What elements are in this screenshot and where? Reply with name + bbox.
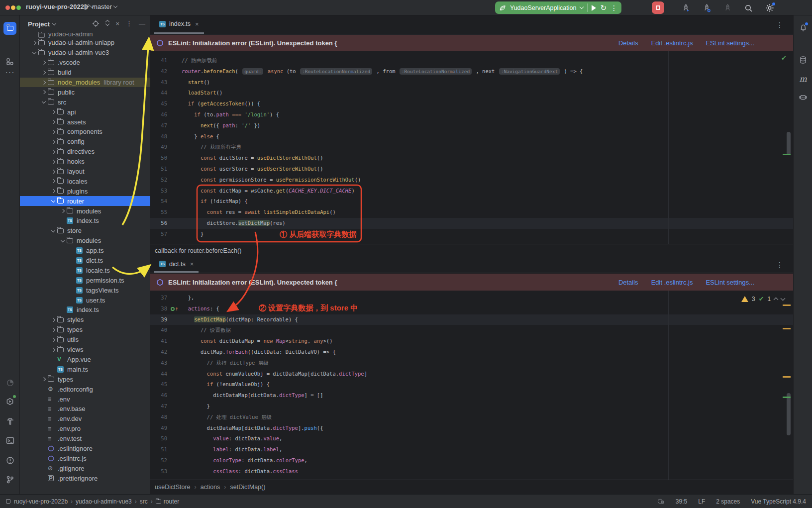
chevron-right-icon[interactable]: [49, 160, 57, 163]
run-button[interactable]: [592, 5, 596, 11]
tree-item-tagsView.ts[interactable]: TStagsView.ts: [20, 285, 150, 295]
next-problem-icon[interactable]: [781, 296, 786, 301]
tree-item-locale.ts[interactable]: TSlocale.ts: [20, 265, 150, 275]
database-toolwindow-button[interactable]: [797, 54, 809, 66]
tree-item-locales[interactable]: locales: [20, 176, 150, 186]
code-text[interactable]: const res = await listSimpleDictDataApi(…: [182, 207, 793, 218]
code-line-52[interactable]: 52 const permissionStore = usePermission…: [150, 175, 793, 186]
tree-item-.eslintignore[interactable]: .eslintignore: [20, 444, 150, 454]
editor2-breadcrumbs[interactable]: useDictStore› actions› setDictMap(): [150, 480, 793, 494]
chevron-right-icon[interactable]: [40, 61, 48, 64]
code-line-45[interactable]: 45 if (!enumValueObj) {: [150, 379, 793, 390]
chevron-right-icon[interactable]: [49, 338, 57, 341]
profiler-toolwindow-button[interactable]: [3, 376, 16, 389]
chevron-down-icon[interactable]: [49, 200, 57, 202]
tree-item-yudao-ui-admin-vue3[interactable]: yudao-ui-admin-vue3: [20, 48, 150, 58]
stop-button[interactable]: [652, 1, 664, 14]
tree-item-permission.ts[interactable]: TSpermission.ts: [20, 275, 150, 285]
line-number[interactable]: 47: [150, 401, 167, 412]
expand-all-icon[interactable]: [106, 22, 109, 25]
code-text[interactable]: const userStore = useUserStoreWithOut(): [182, 164, 793, 175]
line-number[interactable]: 52: [150, 175, 167, 186]
inspections-widget[interactable]: 3 ✔ 1: [741, 295, 785, 303]
tree-item-nodemodules[interactable]: node_moduleslibrary root: [20, 78, 150, 88]
code-line-46[interactable]: 46 dictDataMap[dictData.dictType] = []: [150, 390, 793, 401]
chevron-right-icon[interactable]: [49, 150, 57, 153]
code-text[interactable]: loadStart(): [182, 88, 793, 99]
code-with-me-icon[interactable]: [657, 498, 665, 505]
tree-item-.env.test[interactable]: ≡.env.test: [20, 434, 150, 444]
code-text[interactable]: }: [182, 401, 793, 412]
line-number[interactable]: 53: [150, 466, 167, 477]
line-number[interactable]: 46: [150, 109, 167, 120]
banner-link-eslint-settings[interactable]: ESLint settings...: [706, 39, 754, 47]
tree-item-components[interactable]: components: [20, 127, 150, 137]
line-number[interactable]: 43: [150, 77, 167, 88]
window-close-button[interactable]: [5, 5, 10, 10]
tree-item-.vscode[interactable]: .vscode: [20, 58, 150, 68]
code-text[interactable]: colorType: dictData.colorType,: [182, 455, 793, 466]
line-number[interactable]: 54: [150, 196, 167, 207]
code-text[interactable]: label: dictData.label,: [182, 444, 793, 455]
chevron-down-icon[interactable]: [49, 230, 57, 232]
code-text[interactable]: if (!enumValueObj) {: [182, 379, 793, 390]
tree-item-.env.pro[interactable]: ≡.env.pro: [20, 424, 150, 434]
code-line-54[interactable]: 54 if (!dictMap) {: [150, 196, 793, 207]
code-text[interactable]: if (to.path === '/login') {: [182, 109, 793, 120]
line-number[interactable]: 45: [150, 99, 167, 109]
tree-item-hooks[interactable]: hooks: [20, 157, 150, 167]
code-line-48[interactable]: 48 } else {: [150, 131, 793, 142]
tree-item-store[interactable]: store: [20, 226, 150, 236]
code-line-47[interactable]: 47 next({ path: '/' }): [150, 120, 793, 131]
close-tab-icon[interactable]: ×: [190, 260, 194, 268]
code-line-42[interactable]: 42router.beforeEach( guard: async (to :R…: [150, 66, 793, 77]
git-branch-selector[interactable]: master: [84, 3, 117, 10]
code-text[interactable]: dictMap.forEach((dictData: DictDataVO) =…: [182, 347, 793, 358]
line-number[interactable]: 42: [150, 66, 167, 77]
code-line-44[interactable]: 44 const enumValueObj = dictDataMap[dict…: [150, 369, 793, 380]
tree-item-types[interactable]: types: [20, 325, 150, 335]
code-line-37[interactable]: 37 },: [150, 293, 793, 304]
code-line-56[interactable]: 56 dictStore.setDictMap(res): [150, 218, 793, 229]
chevron-right-icon[interactable]: [49, 120, 57, 123]
tree-item-user.ts[interactable]: TSuser.ts: [20, 295, 150, 305]
code-line-44[interactable]: 44 loadStart(): [150, 88, 793, 99]
line-separator[interactable]: LF: [698, 498, 705, 505]
line-number[interactable]: 51: [150, 164, 167, 175]
tree-item-yudao-ui-admin-uniapp[interactable]: yudao-ui-admin-uniapp: [20, 38, 150, 48]
code-line-46[interactable]: 46 if (to.path === '/login') {: [150, 109, 793, 120]
code-text[interactable]: dictDataMap[dictData.dictType] = []: [182, 390, 793, 401]
chevron-down-icon[interactable]: [30, 52, 38, 54]
settings-gear-icon[interactable]: [765, 3, 775, 13]
maven-toolwindow-button[interactable]: m: [797, 73, 809, 85]
code-line-49[interactable]: 49 dictDataMap[dictData.dictType].push({: [150, 423, 793, 434]
chevron-right-icon[interactable]: [49, 170, 57, 173]
line-number[interactable]: 44: [150, 369, 167, 380]
code-line-51[interactable]: 51 label: dictData.label,: [150, 444, 793, 455]
chevron-down-icon[interactable]: [59, 240, 67, 242]
window-zoom-button[interactable]: [16, 5, 21, 10]
code-line-45[interactable]: 45 if (getAccessToken()) {: [150, 99, 793, 109]
tree-item-.gitignore[interactable]: ⊘.gitignore: [20, 463, 150, 473]
locate-file-icon[interactable]: [92, 20, 100, 27]
tree-item-dict.ts[interactable]: TSdict.ts: [20, 256, 150, 266]
ai-assistant-toolwindow-button[interactable]: [797, 91, 809, 103]
line-number[interactable]: 53: [150, 186, 167, 197]
code-text[interactable]: actions: {: [182, 304, 793, 314]
code-text[interactable]: value: dictData.value,: [182, 433, 793, 444]
line-number[interactable]: 42: [150, 347, 167, 358]
code-line-41[interactable]: 41 const dictDataMap = new Map<string, a…: [150, 336, 793, 347]
tree-item-modules[interactable]: modules: [20, 236, 150, 246]
editor1-scrollbar[interactable]: [787, 132, 791, 155]
line-number[interactable]: 57: [150, 229, 167, 240]
version-control-toolwindow-button[interactable]: [3, 473, 16, 486]
code-line-43[interactable]: 43 // 获得 dictType 层级: [150, 358, 793, 369]
code-line-38[interactable]: 38↑ actions: {: [150, 304, 793, 314]
code-text[interactable]: next({ path: '/' }): [182, 120, 793, 131]
tree-item-directives[interactable]: directives: [20, 147, 150, 157]
more-toolwindows-button[interactable]: ···: [3, 66, 16, 79]
chevron-right-icon[interactable]: [40, 81, 48, 84]
tree-item-router[interactable]: router: [20, 196, 150, 206]
chevron-right-icon[interactable]: [40, 378, 48, 381]
tree-item-assets[interactable]: assets: [20, 117, 150, 127]
